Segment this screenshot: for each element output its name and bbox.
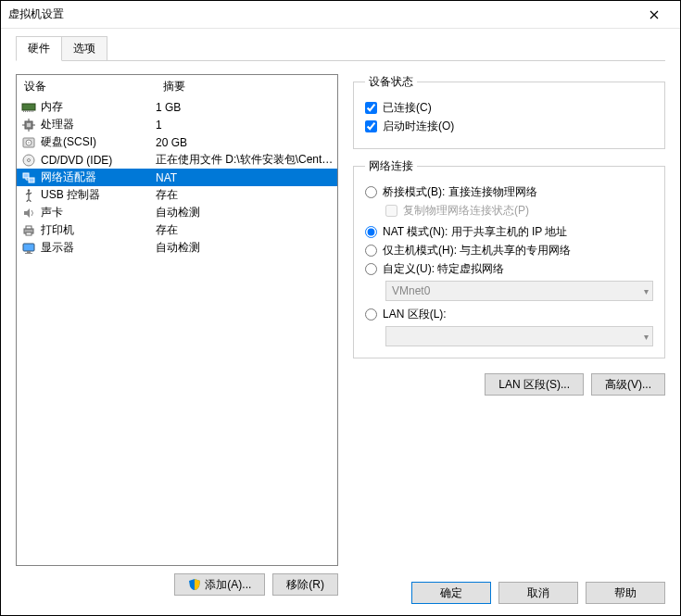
cpu-icon: [22, 119, 35, 132]
device-list[interactable]: 设备 摘要 内存 1 GB 处理器 1 硬盘(SCSI) 20 GB CD/DV…: [16, 74, 338, 566]
bridged-radio[interactable]: [365, 186, 377, 198]
tab-options[interactable]: 选项: [61, 36, 107, 61]
connect-at-power-checkbox[interactable]: [365, 120, 377, 132]
lan-radio-row[interactable]: LAN 区段(L):: [365, 307, 653, 322]
svg-rect-22: [26, 226, 32, 229]
printer-icon: [22, 224, 35, 237]
device-row-cddvd[interactable]: CD/DVD (IDE) 正在使用文件 D:\软件安装包\CentO...: [17, 151, 337, 169]
header-device: 设备: [17, 75, 156, 98]
harddisk-icon: [22, 136, 35, 149]
lan-segments-button[interactable]: LAN 区段(S)...: [485, 373, 584, 396]
disc-icon: [22, 154, 35, 167]
svg-rect-19: [29, 178, 34, 182]
replicate-checkbox-row: 复制物理网络连接状态(P): [385, 203, 653, 219]
network-connection-legend: 网络连接: [365, 158, 417, 174]
close-button[interactable]: [636, 2, 673, 28]
svg-rect-25: [27, 251, 31, 253]
custom-vmnet-combo: VMnet0 ▾: [385, 281, 653, 301]
close-icon: [649, 10, 659, 19]
left-column: 设备 摘要 内存 1 GB 处理器 1 硬盘(SCSI) 20 GB CD/DV…: [16, 74, 338, 596]
custom-radio[interactable]: [365, 263, 377, 275]
network-connection-group: 网络连接 桥接模式(B): 直接连接物理网络 复制物理网络连接状态(P) NAT…: [353, 158, 665, 358]
ok-button[interactable]: 确定: [411, 582, 491, 604]
tab-hardware[interactable]: 硬件: [16, 36, 62, 61]
svg-rect-2: [25, 110, 26, 112]
lan-radio[interactable]: [365, 308, 377, 321]
chevron-down-icon: ▾: [644, 286, 649, 296]
window-title: 虚拟机设置: [8, 6, 636, 22]
lan-segment-combo: ▾: [385, 326, 653, 346]
advanced-button[interactable]: 高级(V)...: [591, 373, 665, 396]
display-icon: [22, 242, 35, 255]
device-row-processor[interactable]: 处理器 1: [17, 116, 337, 133]
replicate-checkbox: [385, 205, 397, 217]
sound-icon: [22, 207, 35, 220]
svg-rect-23: [26, 233, 32, 235]
custom-radio-row[interactable]: 自定义(U): 特定虚拟网络: [365, 261, 653, 277]
nat-radio-row[interactable]: NAT 模式(N): 用于共享主机的 IP 地址: [365, 224, 653, 240]
device-status-group: 设备状态 已连接(C) 启动时连接(O): [353, 74, 665, 149]
dialog-button-bar: 确定 取消 帮助: [411, 582, 665, 604]
connect-at-power-checkbox-row[interactable]: 启动时连接(O): [365, 119, 653, 134]
shield-icon: [188, 578, 201, 591]
device-row-printer[interactable]: 打印机 存在: [17, 221, 337, 239]
connected-checkbox[interactable]: [365, 102, 377, 114]
network-icon: [21, 171, 36, 184]
device-status-legend: 设备状态: [365, 74, 417, 90]
device-row-memory[interactable]: 内存 1 GB: [17, 98, 337, 116]
right-column: 设备状态 已连接(C) 启动时连接(O) 网络连接 桥接模式(B): 直接连接物…: [353, 74, 665, 596]
svg-rect-4: [29, 110, 30, 112]
cancel-button[interactable]: 取消: [498, 582, 578, 604]
chevron-down-icon: ▾: [644, 332, 649, 342]
connected-checkbox-row[interactable]: 已连接(C): [365, 100, 653, 116]
svg-rect-26: [25, 253, 32, 254]
svg-rect-6: [32, 110, 33, 112]
svg-rect-5: [31, 110, 32, 112]
svg-rect-8: [27, 123, 31, 127]
svg-rect-0: [22, 104, 35, 110]
usb-icon: [22, 189, 35, 202]
device-row-harddisk[interactable]: 硬盘(SCSI) 20 GB: [17, 133, 337, 151]
device-row-display[interactable]: 显示器 自动检测: [17, 239, 337, 257]
help-button[interactable]: 帮助: [586, 582, 665, 604]
svg-point-15: [28, 142, 30, 144]
device-row-usb[interactable]: USB 控制器 存在: [17, 186, 337, 204]
nat-radio[interactable]: [365, 226, 377, 238]
device-row-network[interactable]: 网络适配器 NAT: [17, 169, 337, 186]
svg-rect-24: [23, 244, 34, 251]
tab-bar: 硬件 选项: [16, 36, 680, 61]
svg-rect-18: [23, 173, 29, 178]
hostonly-radio[interactable]: [365, 245, 377, 257]
remove-button[interactable]: 移除(R): [272, 573, 338, 596]
hostonly-radio-row[interactable]: 仅主机模式(H): 与主机共享的专用网络: [365, 243, 653, 258]
memory-icon: [21, 102, 36, 113]
svg-rect-3: [27, 110, 28, 112]
svg-rect-1: [23, 110, 24, 112]
device-list-header: 设备 摘要: [17, 75, 337, 98]
device-row-sound[interactable]: 声卡 自动检测: [17, 204, 337, 221]
bridged-radio-row[interactable]: 桥接模式(B): 直接连接物理网络: [365, 184, 653, 200]
svg-point-17: [28, 158, 31, 161]
header-summary: 摘要: [156, 75, 337, 98]
svg-point-20: [28, 189, 30, 191]
add-button[interactable]: 添加(A)...: [174, 573, 265, 596]
right-button-bar: LAN 区段(S)... 高级(V)...: [353, 373, 665, 396]
titlebar: 虚拟机设置: [1, 1, 680, 29]
main-panel: 设备 摘要 内存 1 GB 处理器 1 硬盘(SCSI) 20 GB CD/DV…: [16, 60, 665, 596]
left-button-bar: 添加(A)... 移除(R): [16, 573, 338, 596]
